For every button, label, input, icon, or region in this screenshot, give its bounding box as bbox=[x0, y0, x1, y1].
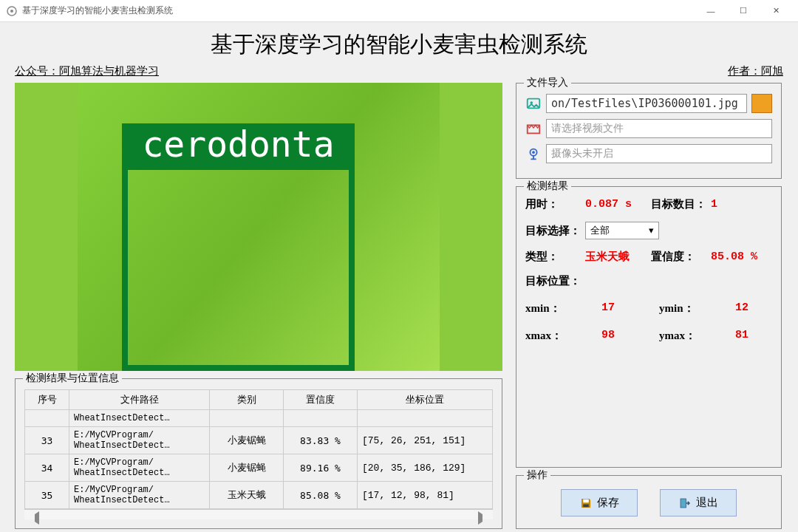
ymin-value: 12 bbox=[735, 301, 772, 316]
xmin-label: xmin： bbox=[525, 301, 588, 316]
titlebar: 基于深度学习的智能小麦害虫检测系统 — ☐ ✕ bbox=[0, 0, 798, 22]
th-coord: 坐标位置 bbox=[358, 390, 493, 410]
chevron-down-icon: ▾ bbox=[649, 225, 654, 236]
time-label: 用时： bbox=[525, 197, 581, 211]
xmax-label: xmax： bbox=[525, 329, 588, 343]
svg-point-6 bbox=[532, 151, 535, 154]
image-path-input[interactable]: on/TestFiles\IP036000101.jpg bbox=[546, 94, 747, 113]
count-label: 目标数目： bbox=[651, 197, 706, 211]
th-path: 文件路径 bbox=[69, 390, 210, 410]
xmax-value: 98 bbox=[601, 329, 646, 343]
svg-rect-4 bbox=[528, 125, 540, 133]
th-index: 序号 bbox=[25, 390, 69, 410]
svg-point-1 bbox=[10, 10, 13, 13]
actions-panel: 操作 保存 退出 bbox=[516, 475, 782, 529]
th-conf: 置信度 bbox=[284, 390, 358, 410]
type-label: 类型： bbox=[525, 250, 581, 264]
target-select-label: 目标选择： bbox=[525, 224, 581, 238]
save-icon bbox=[579, 497, 593, 510]
type-value: 玉米天蛾 bbox=[585, 250, 647, 264]
table-legend: 检测结果与位置信息 bbox=[23, 372, 122, 385]
actions-legend: 操作 bbox=[524, 468, 550, 482]
detection-bbox bbox=[122, 164, 355, 371]
video-icon bbox=[525, 120, 542, 137]
minimize-button[interactable]: — bbox=[695, 1, 727, 21]
file-import-legend: 文件导入 bbox=[524, 76, 571, 89]
subtitle-right: 作者：阿旭 bbox=[728, 64, 783, 78]
subtitle-left: 公众号：阿旭算法与机器学习 bbox=[15, 64, 159, 78]
browse-image-button[interactable] bbox=[751, 94, 772, 113]
exit-icon bbox=[678, 497, 692, 510]
exit-button[interactable]: 退出 bbox=[660, 489, 737, 516]
table-row[interactable]: WheatInsectDetect… bbox=[25, 410, 493, 427]
ymax-label: ymax： bbox=[659, 329, 722, 343]
conf-label: 置信度： bbox=[651, 250, 706, 264]
svg-rect-8 bbox=[583, 504, 589, 507]
svg-rect-9 bbox=[681, 499, 686, 508]
th-class: 类别 bbox=[210, 390, 284, 410]
results-panel: 检测结果 用时： 0.087 s 目标数目： 1 目标选择： 全部▾ 类型： 玉… bbox=[516, 186, 782, 468]
conf-value: 85.08 % bbox=[711, 250, 772, 263]
save-button[interactable]: 保存 bbox=[561, 489, 638, 516]
bbox-label: cerodonta bbox=[122, 123, 355, 164]
ymin-label: ymin： bbox=[659, 301, 722, 316]
table-row[interactable]: 34E:/MyCVProgram/WheatInsectDetect…小麦锯蝇8… bbox=[25, 454, 493, 482]
results-table[interactable]: 序号 文件路径 类别 置信度 坐标位置 WheatInsectDetect…33… bbox=[24, 389, 493, 509]
window-title: 基于深度学习的智能小麦害虫检测系统 bbox=[22, 4, 173, 17]
table-row[interactable]: 35E:/MyCVProgram/WheatInsectDetect…玉米天蛾8… bbox=[25, 482, 493, 509]
file-import-panel: 文件导入 on/TestFiles\IP036000101.jpg 请选择视频文… bbox=[516, 83, 782, 179]
time-value: 0.087 s bbox=[585, 198, 647, 211]
count-value: 1 bbox=[711, 198, 772, 211]
results-table-panel: 检测结果与位置信息 序号 文件路径 类别 置信度 坐标位置 WheatInsec… bbox=[15, 378, 502, 529]
results-legend: 检测结果 bbox=[524, 180, 571, 193]
camera-icon bbox=[525, 146, 542, 162]
table-row[interactable]: 33E:/MyCVProgram/WheatInsectDetect…小麦锯蝇8… bbox=[25, 427, 493, 454]
app-icon bbox=[6, 5, 18, 17]
detection-viewport[interactable]: cerodonta bbox=[15, 83, 502, 371]
image-icon bbox=[525, 95, 542, 112]
camera-input[interactable]: 摄像头未开启 bbox=[546, 144, 772, 163]
ymax-value: 81 bbox=[735, 329, 772, 343]
close-button[interactable]: ✕ bbox=[760, 1, 792, 21]
video-path-input[interactable]: 请选择视频文件 bbox=[546, 119, 772, 138]
svg-rect-7 bbox=[583, 499, 589, 502]
pos-label: 目标位置： bbox=[525, 274, 581, 287]
target-select[interactable]: 全部▾ bbox=[585, 222, 659, 239]
table-scrollbar[interactable] bbox=[24, 509, 493, 519]
page-title: 基于深度学习的智能小麦害虫检测系统 bbox=[15, 30, 783, 60]
maximize-button[interactable]: ☐ bbox=[727, 1, 760, 21]
xmin-value: 17 bbox=[601, 301, 646, 316]
